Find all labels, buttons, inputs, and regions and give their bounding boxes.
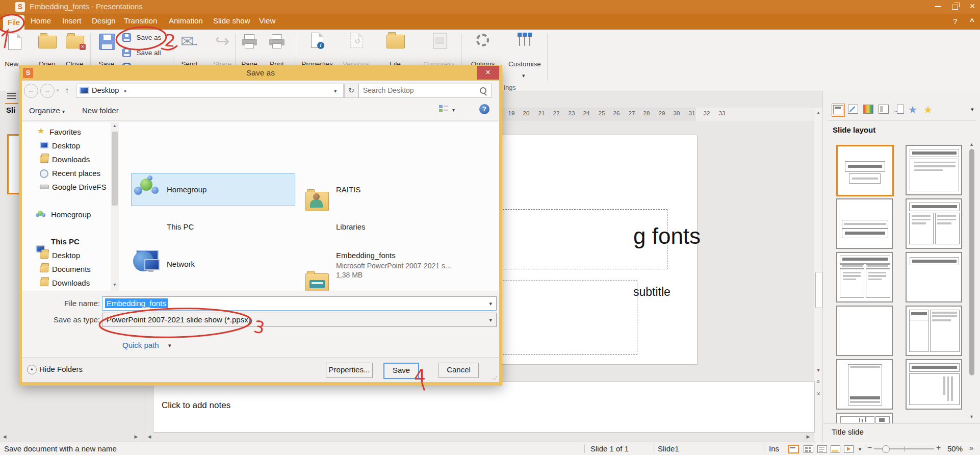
slide-vertical-scrollbar[interactable]: ▲ ▼ « «: [814, 108, 822, 442]
sidebar-tab-design[interactable]: [847, 104, 859, 116]
layout-thumb-partial[interactable]: [836, 413, 893, 424]
menu-design[interactable]: Design: [92, 16, 116, 25]
layout-thumb-title-only[interactable]: [906, 252, 962, 302]
save-button-ribbon[interactable]: [99, 34, 115, 50]
file-this-pc[interactable]: This PC: [167, 222, 194, 231]
file-homegroup[interactable]: Homegroup: [167, 185, 207, 194]
search-input[interactable]: [362, 86, 476, 95]
layout-thumb-portrait-title[interactable]: [836, 359, 893, 410]
help-icon[interactable]: ?: [953, 17, 957, 26]
menu-transition[interactable]: Transition: [124, 16, 157, 25]
back-button[interactable]: ←: [24, 84, 38, 98]
layout-thumb-two-content[interactable]: [906, 198, 962, 249]
save-all-button[interactable]: Save all: [122, 48, 161, 57]
address-dropdown-icon[interactable]: ▾: [334, 88, 337, 94]
quick-path-dropdown-icon[interactable]: ▾: [168, 342, 171, 349]
dialog-help-icon[interactable]: ?: [479, 104, 489, 114]
search-box[interactable]: [358, 84, 492, 98]
notes-horizontal-scrollbar[interactable]: ◀ ▶: [146, 433, 814, 441]
tree-item-pc-downloads[interactable]: Downloads: [52, 279, 90, 287]
close-button[interactable]: ×: [966, 0, 979, 13]
scroll-up-icon[interactable]: ▲: [113, 123, 117, 128]
print-button[interactable]: [269, 39, 285, 45]
zoom-slider-knob[interactable]: [882, 445, 890, 453]
view-options-icon[interactable]: [439, 105, 448, 113]
dialog-properties-button[interactable]: Properties...: [326, 363, 373, 378]
file-name-combo[interactable]: Embedding_fonts ▾: [102, 296, 497, 311]
next-slide-icon[interactable]: «: [814, 390, 822, 397]
view-normal-button[interactable]: [788, 445, 799, 453]
tree-this-pc[interactable]: This PC: [51, 237, 80, 246]
open-button[interactable]: [38, 36, 57, 48]
sidebar-tab-layout[interactable]: [832, 104, 845, 117]
file-raitis[interactable]: RAITIS: [336, 185, 360, 194]
layout-scrollbar[interactable]: ▲ ▼: [968, 142, 975, 423]
notes-pane[interactable]: Click to add notes: [153, 382, 815, 433]
layout-thumb-title-slide[interactable]: [836, 145, 894, 196]
menu-insert[interactable]: Insert: [62, 16, 82, 25]
tree-favorites[interactable]: Favorites: [49, 128, 81, 136]
sidebar-tab-master[interactable]: [878, 104, 890, 116]
tree-scrollbar[interactable]: ▲ ▼: [111, 122, 119, 291]
new-button[interactable]: [8, 34, 21, 50]
tree-item-desktop[interactable]: Desktop: [52, 141, 80, 150]
tree-item-documents[interactable]: Documents: [52, 265, 91, 273]
zoom-in-icon[interactable]: +: [936, 443, 941, 452]
sidebar-tab-colors[interactable]: [862, 104, 874, 116]
tree-item-pc-desktop[interactable]: Desktop: [52, 251, 80, 260]
menu-animation[interactable]: Animation: [169, 16, 203, 25]
close-doc-button[interactable]: ×: [66, 36, 84, 48]
scroll-down-icon[interactable]: ▼: [969, 414, 974, 419]
refresh-button[interactable]: ↻: [344, 84, 358, 98]
chevron-down-icon[interactable]: ▾: [489, 297, 492, 310]
dialog-cancel-button[interactable]: Cancel: [439, 363, 479, 378]
sidebar-tab-transition[interactable]: →: [893, 104, 905, 116]
hide-folders-arrow-icon[interactable]: ▲: [27, 365, 37, 374]
scroll-up-icon[interactable]: ▲: [815, 109, 822, 117]
collapse-ribbon-icon[interactable]: ^: [970, 17, 974, 26]
organize-button[interactable]: Organize ▾: [29, 106, 65, 115]
view-slideshow-button[interactable]: [844, 445, 854, 453]
file-libraries[interactable]: Libraries: [336, 222, 366, 231]
properties-button[interactable]: i: [311, 33, 323, 48]
menu-view[interactable]: View: [259, 16, 275, 25]
zoom-level[interactable]: 50%: [947, 444, 963, 453]
customise-button[interactable]: [517, 33, 532, 46]
resize-grip[interactable]: [492, 375, 497, 380]
scroll-down-icon[interactable]: ▼: [815, 366, 822, 374]
tree-homegroup[interactable]: Homegroup: [51, 210, 91, 219]
scroll-right-icon[interactable]: ▶: [805, 433, 812, 440]
save-as-button[interactable]: Save as: [122, 33, 161, 42]
slides-tab[interactable]: Sli: [6, 106, 15, 114]
panel-horizontal-scrollbar[interactable]: ◀ ▶: [0, 433, 143, 441]
sidebar-tab-animation[interactable]: ★: [908, 104, 920, 116]
page-setup-button[interactable]: [242, 39, 257, 45]
tree-item-recent[interactable]: Recent places: [52, 169, 100, 178]
file-network[interactable]: Network: [167, 260, 195, 268]
slide-counter[interactable]: Slide 1 of 1: [590, 444, 629, 453]
layout-thumb-title-content[interactable]: [906, 145, 962, 195]
file-embedding-fonts[interactable]: Embedding_fonts: [336, 251, 396, 260]
address-crumb[interactable]: Desktop: [92, 86, 119, 94]
up-button[interactable]: ↑: [65, 85, 69, 96]
address-bar[interactable]: Desktop ▸ ▾: [76, 84, 344, 98]
quick-path-link[interactable]: Quick path: [122, 341, 159, 349]
send-button[interactable]: ✉→: [180, 32, 194, 51]
customise-dropdown-icon[interactable]: ▾: [522, 72, 525, 79]
layout-thumb-caption[interactable]: [836, 198, 893, 249]
statusbar-more-icon[interactable]: »: [969, 443, 973, 452]
forward-button[interactable]: →: [40, 84, 55, 98]
tree-item-downloads[interactable]: Downloads: [52, 155, 90, 164]
view-dropdown-icon[interactable]: ▾: [452, 107, 455, 113]
layout-thumb-content-vertical[interactable]: [906, 306, 962, 356]
scroll-right-icon[interactable]: ▶: [133, 433, 140, 440]
slide-name[interactable]: Slide1: [658, 444, 679, 453]
previous-slide-icon[interactable]: «: [814, 378, 822, 385]
scroll-left-icon[interactable]: ◀: [1, 433, 8, 440]
file-manager-button[interactable]: [386, 35, 405, 48]
menu-home[interactable]: Home: [31, 16, 51, 25]
scrollbar-thumb[interactable]: [112, 132, 118, 206]
recent-dropdown-icon[interactable]: ▾: [57, 88, 59, 93]
menu-slideshow[interactable]: Slide show: [213, 16, 250, 25]
view-dropdown-icon[interactable]: ▾: [859, 446, 861, 452]
